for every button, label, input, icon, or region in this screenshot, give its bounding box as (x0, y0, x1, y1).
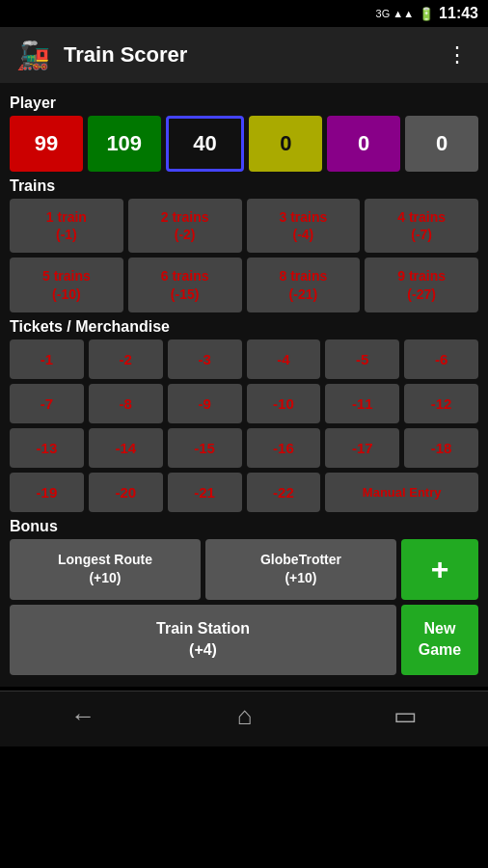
ticket-btn-4[interactable]: -4 (247, 339, 321, 379)
ticket-btn-15[interactable]: -15 (168, 428, 242, 468)
ticket-btn-5[interactable]: -5 (325, 339, 399, 379)
train-btn-9[interactable]: 9 trains(-27) (365, 258, 478, 312)
main-content: Player 99 109 40 0 0 0 Trains 1 train(-1… (0, 83, 488, 687)
ticket-btn-13[interactable]: -13 (10, 428, 84, 468)
longest-route-btn[interactable]: Longest Route(+10) (10, 539, 201, 600)
ticket-btn-12[interactable]: -12 (404, 384, 478, 423)
train-btn-4[interactable]: 4 trains(-7) (365, 199, 478, 253)
ticket-btn-7[interactable]: -7 (10, 384, 84, 423)
menu-icon[interactable]: ⋮ (439, 39, 476, 71)
player-btn-4[interactable]: 0 (249, 116, 322, 172)
action-row: Train Station(+4) NewGame (10, 605, 478, 675)
player-btn-6[interactable]: 0 (405, 116, 478, 172)
ticket-btn-10[interactable]: -10 (247, 384, 321, 423)
globe-trotter-btn[interactable]: GlobeTrotter(+10) (205, 539, 396, 600)
player-btn-1[interactable]: 99 (10, 116, 83, 172)
ticket-btn-21[interactable]: -21 (168, 473, 242, 512)
player-row: 99 109 40 0 0 0 (10, 116, 478, 172)
signal-icon: 3G ▲▲ (376, 8, 415, 19)
train-btn-3[interactable]: 3 trains(-4) (247, 199, 361, 253)
ticket-btn-11[interactable]: -11 (325, 384, 399, 423)
tickets-grid: -1 -2 -3 -4 -5 -6 -7 -8 -9 -10 -11 -12 -… (10, 339, 478, 512)
ticket-btn-8[interactable]: -8 (89, 384, 163, 423)
ticket-btn-1[interactable]: -1 (10, 339, 84, 379)
back-nav-icon[interactable]: ← (70, 701, 95, 731)
train-btn-8[interactable]: 8 trains(-21) (247, 258, 361, 312)
battery-icon: 🔋 (419, 7, 434, 21)
app-title: Train Scorer (64, 42, 439, 68)
train-btn-1[interactable]: 1 train(-1) (10, 199, 123, 253)
status-bar-right: 3G ▲▲ 🔋 11:43 (376, 5, 478, 22)
new-game-btn[interactable]: NewGame (401, 605, 478, 675)
player-section-label: Player (10, 95, 478, 112)
ticket-btn-2[interactable]: -2 (89, 339, 163, 379)
player-btn-2[interactable]: 109 (88, 116, 161, 172)
bonus-plus-btn[interactable]: + (401, 539, 478, 600)
nav-bar: ← ⌂ ▭ (0, 691, 488, 746)
app-logo: 🚂 (12, 34, 54, 76)
time-display: 11:43 (439, 5, 478, 22)
ticket-btn-14[interactable]: -14 (89, 428, 163, 468)
ticket-btn-6[interactable]: -6 (404, 339, 478, 379)
app-header: 🚂 Train Scorer ⋮ (0, 27, 488, 83)
train-station-btn[interactable]: Train Station(+4) (10, 605, 396, 675)
ticket-btn-16[interactable]: -16 (247, 428, 321, 468)
ticket-btn-22[interactable]: -22 (247, 473, 321, 512)
trains-grid: 1 train(-1) 2 trains(-2) 3 trains(-4) 4 … (10, 199, 478, 312)
ticket-btn-19[interactable]: -19 (10, 473, 84, 512)
tickets-section-label: Tickets / Merchandise (10, 318, 478, 336)
train-btn-5[interactable]: 5 trains(-10) (10, 258, 123, 312)
trains-section-label: Trains (10, 177, 478, 195)
train-icon: 🚂 (16, 40, 50, 71)
player-btn-5[interactable]: 0 (327, 116, 400, 172)
ticket-btn-18[interactable]: -18 (404, 428, 478, 468)
train-btn-2[interactable]: 2 trains(-2) (128, 199, 242, 253)
train-btn-6[interactable]: 6 trains(-15) (128, 258, 242, 312)
home-nav-icon[interactable]: ⌂ (237, 701, 253, 731)
ticket-btn-17[interactable]: -17 (325, 428, 399, 468)
player-btn-3[interactable]: 40 (166, 116, 245, 172)
ticket-btn-20[interactable]: -20 (89, 473, 163, 512)
ticket-btn-3[interactable]: -3 (168, 339, 242, 379)
status-bar: 3G ▲▲ 🔋 11:43 (0, 0, 488, 27)
ticket-btn-9[interactable]: -9 (168, 384, 242, 423)
bonus-row: Longest Route(+10) GlobeTrotter(+10) + (10, 539, 478, 600)
manual-entry-btn[interactable]: Manual Entry (325, 473, 478, 512)
recent-nav-icon[interactable]: ▭ (393, 701, 418, 731)
bonus-section-label: Bonus (10, 518, 478, 535)
